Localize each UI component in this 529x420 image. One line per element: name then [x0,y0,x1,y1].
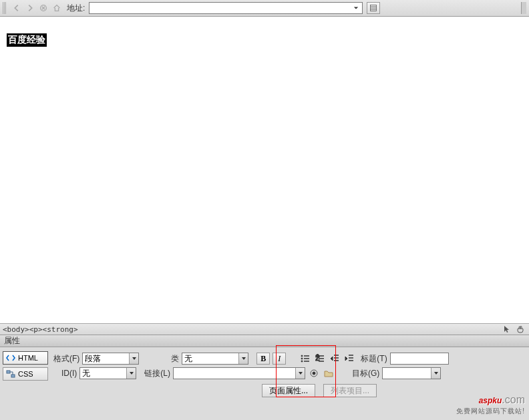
target-select[interactable] [382,367,441,379]
address-input[interactable] [89,2,363,14]
point-to-file-icon[interactable] [308,367,320,379]
chevron-down-icon [295,368,305,379]
indent-icon[interactable] [343,353,355,365]
mode-switcher: HTML CSS [0,347,51,420]
properties-header[interactable]: 属性 [0,335,529,347]
browser-toolbar: 地址: [0,0,529,17]
html-mode-label: HTML [18,354,38,362]
tag-breadcrumb[interactable]: <body><p><strong> [3,325,500,334]
svg-point-5 [301,358,303,359]
hand-tool-icon[interactable] [514,325,526,334]
ordered-list-icon[interactable]: 12 [314,353,326,365]
class-label: 类 [171,353,179,365]
chevron-down-icon [129,353,138,364]
view-options-button[interactable] [367,2,380,14]
address-label: 地址: [67,3,85,14]
properties-panel: HTML CSS 格式(F) 段落 类 无 B I [0,347,529,420]
list-items-label: 列表项目... [331,385,369,397]
address-dropdown-icon[interactable] [352,3,360,13]
class-select[interactable]: 无 [182,353,248,365]
toolbar-end-grip [521,2,526,14]
watermark-tagline: 免费网站源码下载站! [456,407,525,416]
html-mode-button[interactable]: HTML [3,351,48,365]
id-value: 无 [82,368,90,379]
watermark-suffix: .com [502,394,525,405]
properties-title: 属性 [4,335,20,347]
svg-rect-2 [7,371,10,373]
design-canvas[interactable]: 百度经验 [0,17,529,323]
bold-button[interactable]: B [256,353,270,365]
link-label: 链接(L) [144,368,170,379]
list-items-button[interactable]: 列表项目... [323,384,377,397]
format-value: 段落 [85,353,101,365]
format-select[interactable]: 段落 [82,353,139,365]
format-label: 格式(F) [53,353,79,365]
stop-button[interactable] [37,2,49,14]
unordered-list-icon[interactable] [299,353,311,365]
svg-point-4 [301,355,303,357]
browse-folder-icon[interactable] [323,367,335,379]
svg-point-10 [313,372,315,375]
tag-selector-bar: <body><p><strong> [0,323,529,335]
link-select[interactable] [173,367,305,379]
back-button[interactable] [11,2,23,14]
css-icon [6,370,15,378]
watermark: aspku.com 免费网站源码下载站! [456,388,525,416]
chevron-down-icon [126,368,136,379]
page-properties-label: 页面属性... [269,385,308,397]
id-select[interactable]: 无 [79,367,136,379]
outdent-icon[interactable] [329,353,341,365]
home-button[interactable] [51,2,63,14]
id-label: ID(I) [61,369,77,378]
chevron-down-icon [238,353,248,364]
selected-paragraph[interactable]: 百度经验 [7,33,47,47]
css-mode-button[interactable]: CSS [3,367,48,381]
forward-button[interactable] [24,2,36,14]
svg-rect-3 [11,375,15,377]
italic-button[interactable]: I [273,353,286,365]
watermark-brand: aspku [479,396,502,405]
title-label: 标题(T) [361,353,387,365]
pointer-tool-icon[interactable] [501,325,513,334]
target-label: 目标(G) [352,368,379,379]
class-value: 无 [184,353,192,365]
title-input[interactable] [390,353,449,365]
css-mode-label: CSS [18,370,33,378]
html-icon [6,354,15,362]
chevron-down-icon [431,368,440,379]
toolbar-grip [3,2,7,14]
svg-point-6 [301,361,303,362]
page-properties-button[interactable]: 页面属性... [262,384,315,397]
